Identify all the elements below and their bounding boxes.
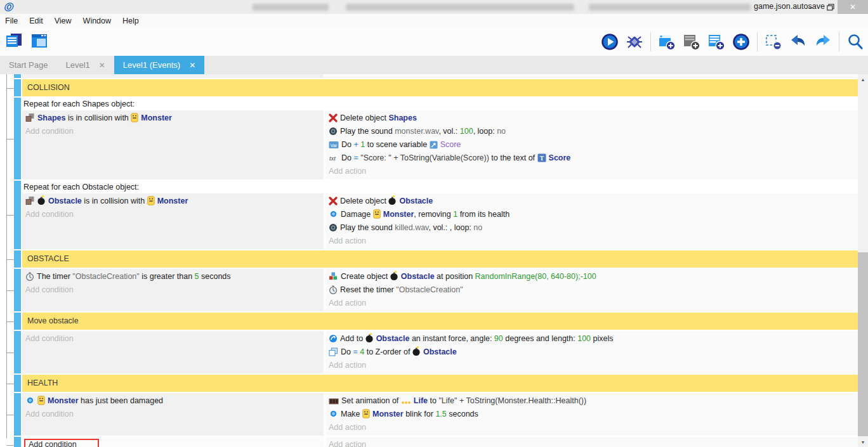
action-line[interactable]: Reset the timer "ObstacleCreation" — [327, 283, 858, 297]
action-line[interactable]: Make Monster blink for 1.5 seconds — [327, 408, 858, 421]
event-selection-bar[interactable] — [14, 74, 21, 78]
close-button[interactable]: ✕ — [838, 0, 868, 14]
event-text-segment: Add action — [329, 236, 366, 245]
comment-event: Move obstacle — [14, 313, 858, 330]
conditions-cell[interactable]: The timer "ObstacleCreation" is greater … — [22, 269, 324, 311]
event-selection-bar[interactable] — [14, 331, 21, 373]
add-action-link[interactable]: Add action — [327, 359, 858, 372]
conditions-cell[interactable]: Shapes is in collision with MonsterAdd c… — [22, 110, 324, 179]
actions-cell[interactable]: Add to Obstacle an instant force, angle:… — [324, 331, 858, 373]
create-icon — [329, 271, 338, 281]
event-selection-bar[interactable] — [14, 437, 21, 447]
foreach-header[interactable]: Repeat for each Shapes object: — [22, 98, 858, 110]
tab-level1-events[interactable]: Level1 (Events) ✕ — [114, 56, 204, 74]
actions-cell[interactable]: Delete object ShapesPlay the sound monst… — [324, 110, 858, 179]
event-text-segment: Add condition — [25, 410, 74, 418]
condition-line[interactable]: Obstacle is in collision with Monster — [24, 195, 324, 208]
new-event-row: Add conditionAdd action — [14, 437, 858, 447]
add-condition-link[interactable]: Add condition — [24, 283, 324, 297]
event-selection-bar[interactable] — [14, 181, 21, 249]
add-subevent-button[interactable] — [707, 33, 725, 51]
comment-label[interactable]: Move obstacle — [22, 313, 858, 330]
event-text-segment: Monster — [141, 113, 172, 122]
menu-help[interactable]: Help — [117, 14, 145, 28]
menu-file[interactable]: File — [0, 14, 23, 28]
menu-view[interactable]: View — [49, 14, 77, 28]
debug-button[interactable] — [626, 33, 643, 51]
toolbar-separator — [650, 32, 651, 51]
event-selection-bar[interactable] — [14, 79, 21, 96]
close-tab-icon[interactable]: ✕ — [189, 61, 195, 70]
action-line[interactable]: Play the sound monster.wav, vol.: 100, l… — [327, 125, 858, 138]
event-selection-bar[interactable] — [14, 313, 21, 330]
event-text-segment: Score — [440, 140, 461, 149]
add-action-link[interactable]: Add action — [327, 165, 858, 178]
action-line[interactable]: VarDo + 1 to scene variable Score — [327, 138, 858, 152]
action-line[interactable]: Add to Obstacle an instant force, angle:… — [327, 332, 858, 346]
condition-line[interactable]: The timer "ObstacleCreation" is greater … — [24, 270, 324, 283]
add-condition-link[interactable]: Add condition — [24, 439, 99, 447]
add-action-link[interactable]: Add action — [327, 438, 858, 447]
tab-start-page[interactable]: Start Page — [0, 56, 56, 74]
action-line[interactable]: Play the sound killed.wav, vol.: , loop:… — [327, 221, 858, 235]
event-selection-bar[interactable] — [14, 269, 21, 311]
add-condition-link[interactable]: Add condition — [24, 125, 324, 138]
undo-button[interactable] — [789, 33, 807, 51]
action-line[interactable]: Delete object Obstacle — [327, 195, 858, 208]
add-comment-button[interactable] — [683, 33, 700, 51]
vertical-scrollbar[interactable]: ▲ ▼ — [858, 74, 868, 447]
event-selection-bar[interactable] — [14, 375, 21, 392]
deselect-button[interactable] — [765, 33, 782, 51]
delete-icon — [329, 197, 338, 205]
monster-icon — [37, 396, 45, 405]
scrollbar-thumb[interactable] — [858, 252, 868, 436]
action-line[interactable]: Do = 4 to Z-order of Obstacle — [327, 346, 858, 359]
event-selection-bar[interactable] — [14, 393, 21, 436]
redo-button[interactable] — [814, 33, 832, 51]
comment-label[interactable]: OBSTACLE — [22, 250, 858, 268]
conditions-cell[interactable]: Monster has just been damagedAdd conditi… — [22, 393, 324, 436]
event-text-segment: from its health — [457, 210, 510, 219]
event-text-segment: 100 — [577, 334, 591, 343]
add-condition-link[interactable]: Add condition — [24, 332, 324, 346]
event-selection-bar[interactable] — [14, 98, 21, 179]
search-button[interactable] — [846, 33, 864, 51]
add-action-link[interactable]: Add action — [327, 421, 858, 434]
conditions-cell[interactable]: Add condition — [22, 331, 324, 373]
action-line[interactable]: Delete object Shapes — [327, 112, 858, 125]
project-manager-button[interactable] — [5, 32, 23, 50]
action-line[interactable]: Damage Monster, removing 1 from its heal… — [327, 208, 858, 221]
play-button[interactable] — [601, 33, 619, 51]
add-event-button[interactable] — [658, 33, 676, 51]
action-line[interactable]: txtDo = "Score: " + ToString(Variable(Sc… — [327, 152, 858, 165]
add-action-link[interactable]: Add action — [327, 297, 858, 310]
event-text-segment: "Score: " + ToString(Variable(Score)) — [360, 153, 489, 162]
add-condition-link[interactable]: Add condition — [24, 208, 324, 221]
menu-window[interactable]: Window — [77, 14, 117, 28]
event-selection-bar[interactable] — [14, 250, 21, 268]
actions-cell[interactable]: Set animation of Life to "Life" + ToStri… — [324, 393, 858, 436]
add-action-link[interactable]: Add action — [327, 235, 858, 248]
add-condition-link[interactable]: Add condition — [24, 408, 324, 421]
scroll-down-icon[interactable]: ▼ — [858, 437, 868, 447]
actions-cell[interactable]: Create object Obstacle at position Rando… — [324, 269, 858, 311]
condition-line[interactable]: Shapes is in collision with Monster — [24, 112, 324, 125]
tab-level1[interactable]: Level1 ✕ — [56, 56, 114, 74]
minimize-button[interactable]: – — [801, 0, 820, 14]
event-text-segment: "ObstacleCreation" — [72, 272, 139, 281]
close-tab-icon[interactable]: ✕ — [99, 61, 105, 70]
event-text-segment: , vol.: , loop: — [428, 223, 473, 232]
title-bar: Ⓞ game.json.autosave – ✕ — [0, 0, 868, 14]
add-new-button[interactable] — [732, 33, 750, 51]
foreach-header[interactable]: Repeat for each Obstacle object: — [22, 181, 858, 193]
menu-edit[interactable]: Edit — [23, 14, 49, 28]
actions-cell[interactable]: Delete object ObstacleDamage Monster, re… — [324, 193, 858, 249]
comment-label[interactable]: COLLISION — [22, 79, 858, 96]
condition-line[interactable]: Monster has just been damaged — [24, 394, 324, 408]
comment-label[interactable]: HEALTH — [22, 375, 858, 392]
scene-editor-button[interactable] — [30, 32, 48, 50]
action-line[interactable]: Set animation of Life to "Life" + ToStri… — [327, 394, 858, 408]
conditions-cell[interactable]: Obstacle is in collision with MonsterAdd… — [22, 193, 324, 249]
action-line[interactable]: Create object Obstacle at position Rando… — [327, 270, 858, 283]
scroll-up-icon[interactable]: ▲ — [858, 74, 868, 84]
